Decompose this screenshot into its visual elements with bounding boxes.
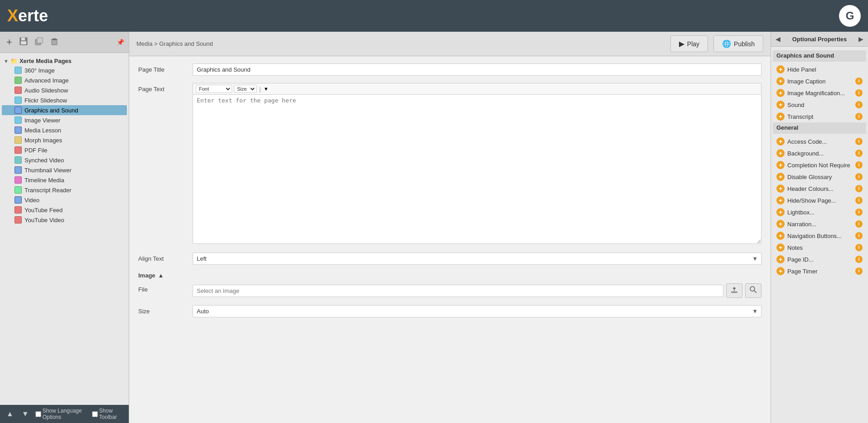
right-panel-item[interactable]: +Lightbox...i: [773, 206, 866, 218]
file-label: File: [138, 283, 193, 293]
align-select[interactable]: LeftCenterRightJustify: [193, 253, 761, 265]
info-icon[interactable]: i: [855, 267, 863, 275]
upload-button[interactable]: [726, 283, 742, 298]
right-item-label: Transcript: [787, 113, 853, 120]
show-language-checkbox[interactable]: [35, 411, 41, 417]
right-item-label: Image Caption: [787, 78, 853, 85]
tree-item[interactable]: Media Lesson: [2, 125, 127, 135]
scroll-down-button[interactable]: ▼: [20, 409, 31, 419]
info-icon[interactable]: i: [855, 101, 863, 108]
show-language-label[interactable]: Show Language Options: [35, 408, 89, 420]
right-panel-item[interactable]: +Header Colours...i: [773, 183, 866, 194]
tree-item[interactable]: PDF File: [2, 145, 127, 155]
right-panel-item[interactable]: +Disable Glossaryi: [773, 171, 866, 183]
tree-item[interactable]: Video: [2, 195, 127, 205]
collapse-left-icon[interactable]: ◀: [776, 35, 781, 43]
align-select-row: LeftCenterRightJustify ▼: [193, 253, 761, 265]
info-icon[interactable]: i: [855, 185, 863, 192]
tree-item[interactable]: Morph Images: [2, 135, 127, 145]
tree-item[interactable]: 360° Image: [2, 65, 127, 75]
tree-item[interactable]: YouTube Video: [2, 215, 127, 225]
delete-button[interactable]: [48, 36, 60, 49]
right-panel-item[interactable]: +Transcripti: [773, 111, 866, 122]
main: + 📌: [0, 32, 868, 423]
right-panel-item[interactable]: +Narration...i: [773, 218, 866, 230]
size-select-text[interactable]: Size: [234, 85, 257, 93]
page-text-textarea[interactable]: [193, 94, 761, 244]
info-icon[interactable]: i: [855, 220, 863, 228]
tree-item-label: Video: [24, 197, 39, 204]
page-title-row: Page Title: [138, 63, 761, 76]
center-panel: Media > Graphics and Sound ▶ Play 🌐 Publ…: [129, 32, 771, 423]
right-item-label: Narration...: [787, 221, 853, 228]
info-icon[interactable]: i: [855, 150, 863, 157]
file-field: [193, 283, 761, 298]
font-select[interactable]: Font: [196, 85, 232, 93]
dropdown-icon[interactable]: ▼: [263, 86, 268, 92]
tree-item[interactable]: Thumbnail Viewer: [2, 165, 127, 175]
right-panel-item[interactable]: +Soundi: [773, 99, 866, 111]
image-collapse-icon[interactable]: ▲: [158, 272, 164, 279]
file-input[interactable]: [193, 285, 723, 297]
tree-item[interactable]: YouTube Feed: [2, 205, 127, 215]
publish-button[interactable]: 🌐 Publish: [713, 35, 763, 52]
tree-item[interactable]: Audio Slideshow: [2, 85, 127, 95]
info-icon[interactable]: i: [855, 78, 863, 85]
info-icon[interactable]: i: [855, 173, 863, 180]
svg-point-9: [750, 287, 755, 291]
info-icon[interactable]: i: [855, 113, 863, 120]
info-icon[interactable]: i: [855, 197, 863, 204]
play-button[interactable]: ▶ Play: [670, 35, 708, 52]
tree-item[interactable]: Graphics and Sound: [2, 105, 127, 115]
right-panel-item[interactable]: +Navigation Buttons...i: [773, 230, 866, 242]
tree-item[interactable]: Synched Video: [2, 155, 127, 165]
page-title-input[interactable]: [193, 63, 761, 76]
tree-item-label: Morph Images: [24, 137, 62, 144]
copy-button[interactable]: [33, 36, 45, 49]
page-text-label: Page Text: [138, 83, 193, 92]
right-panel-item[interactable]: +Image Captioni: [773, 75, 866, 87]
tree-root[interactable]: ▼ 📁 Xerte Media Pages: [2, 57, 127, 65]
tree-item[interactable]: Advanced Image: [2, 75, 127, 85]
tree-item-icon: [15, 196, 22, 204]
info-icon[interactable]: i: [855, 256, 863, 263]
left-panel: + 📌: [0, 32, 129, 423]
right-panel-item[interactable]: +Completion Not Requirei: [773, 159, 866, 171]
info-icon[interactable]: i: [855, 244, 863, 251]
info-icon[interactable]: i: [855, 232, 863, 239]
size-select[interactable]: AutoSmallMediumLargeFull: [193, 305, 761, 317]
right-item-label: Background...: [787, 150, 853, 157]
right-panel-item[interactable]: +Background...i: [773, 147, 866, 159]
info-icon[interactable]: i: [855, 138, 863, 145]
page-title-label: Page Title: [138, 63, 193, 73]
right-panel-item[interactable]: +Hide/Show Page...i: [773, 194, 866, 206]
plus-icon: +: [776, 232, 785, 240]
tree-item[interactable]: Timeline Media: [2, 175, 127, 185]
right-panel-item[interactable]: +Page Timeri: [773, 265, 866, 277]
plus-icon: +: [776, 89, 785, 97]
scroll-up-button[interactable]: ▲: [5, 409, 15, 419]
info-icon[interactable]: i: [855, 161, 863, 169]
svg-line-10: [754, 291, 756, 293]
right-panel-item[interactable]: +Access Code...i: [773, 136, 866, 147]
right-panel-item[interactable]: +Image Magnification...i: [773, 87, 866, 99]
show-toolbar-checkbox[interactable]: [92, 411, 98, 417]
image-section-header: Image ▲: [138, 272, 761, 279]
info-icon[interactable]: i: [855, 209, 863, 216]
info-icon[interactable]: i: [855, 89, 863, 97]
tree-item[interactable]: Flickr Slideshow: [2, 95, 127, 105]
collapse-right-icon[interactable]: ▶: [858, 35, 863, 43]
add-button[interactable]: +: [5, 35, 14, 49]
right-panel-item[interactable]: +Notesi: [773, 242, 866, 253]
tree-item[interactable]: Transcript Reader: [2, 185, 127, 195]
tree-item[interactable]: Image Viewer: [2, 115, 127, 125]
show-toolbar-label[interactable]: Show Toolbar: [92, 408, 124, 420]
search-button[interactable]: [745, 283, 761, 298]
right-item-label: Header Colours...: [787, 185, 853, 192]
play-icon: ▶: [679, 39, 684, 48]
right-panel-item[interactable]: +Hide Panel: [773, 63, 866, 75]
right-panel-item[interactable]: +Page ID...i: [773, 253, 866, 265]
save-button[interactable]: [18, 36, 29, 49]
play-label: Play: [687, 40, 699, 48]
size-label: Size: [138, 305, 193, 315]
